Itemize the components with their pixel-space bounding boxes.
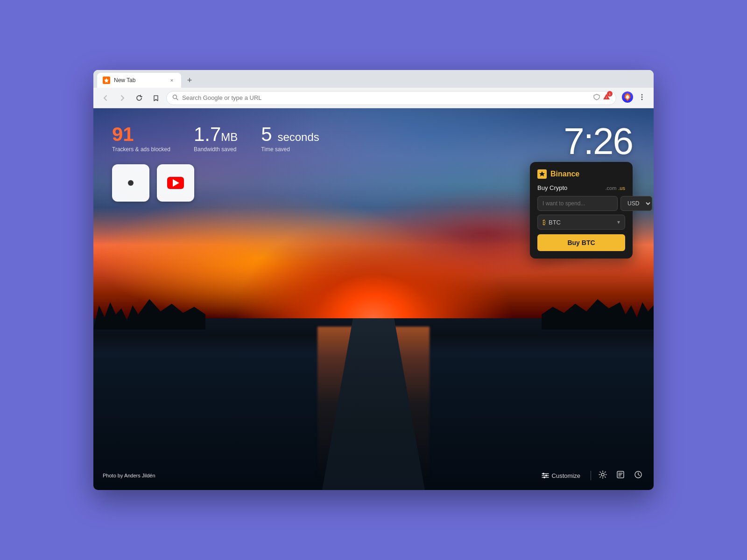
bookmark-button[interactable] <box>149 91 162 105</box>
back-button[interactable] <box>99 91 112 105</box>
main-content: 91 Trackers & ads blocked 1.7MB Bandwidt… <box>93 108 654 490</box>
photo-credit: Photo by Anders Jildén <box>103 473 155 478</box>
shortcut-youtube[interactable] <box>157 164 194 202</box>
photographer-name[interactable]: Anders Jildén <box>124 473 155 478</box>
reload-button[interactable] <box>133 91 146 105</box>
address-bar[interactable]: ! 1 <box>166 91 616 105</box>
title-bar: New Tab × + <box>93 70 654 88</box>
stats-overlay: 91 Trackers & ads blocked 1.7MB Bandwidt… <box>112 125 319 153</box>
currency-select[interactable]: USD EUR GBP <box>620 196 652 211</box>
svg-text:!: ! <box>606 96 607 99</box>
bandwidth-number: 1.7MB <box>194 125 238 144</box>
binance-header: Binance <box>537 169 625 179</box>
svg-marker-6 <box>539 171 545 176</box>
bottom-bar: Photo by Anders Jildén Customize <box>93 469 654 483</box>
btc-icon: ₿ <box>543 218 546 226</box>
history-icon-button[interactable] <box>632 469 644 483</box>
amount-row: USD EUR GBP <box>537 196 625 211</box>
tab-title: New Tab <box>114 77 135 84</box>
time-number: 5 seconds <box>261 125 319 144</box>
bottom-actions: Customize <box>537 469 644 483</box>
domain-links: .com .us <box>605 185 625 191</box>
clock-display: 7:26 <box>564 120 633 163</box>
youtube-play-icon <box>173 179 179 187</box>
coin-name: BTC <box>549 219 617 226</box>
dot-icon <box>128 180 134 186</box>
domain-com-link[interactable]: .com <box>605 185 616 191</box>
svg-point-4 <box>641 96 643 98</box>
settings-icon-button[interactable] <box>597 469 609 483</box>
divider <box>591 471 591 480</box>
svg-point-8 <box>545 475 547 476</box>
time-label: Time saved <box>261 146 319 153</box>
nav-right-buttons <box>622 91 648 105</box>
url-input[interactable] <box>182 94 590 101</box>
navigation-bar: ! 1 <box>93 88 654 108</box>
bandwidth-label: Bandwidth saved <box>194 146 238 153</box>
browser-tab[interactable]: New Tab × <box>97 73 181 88</box>
shortcuts-area <box>112 164 194 202</box>
tab-close-button[interactable]: × <box>168 77 176 84</box>
binance-widget: Binance Buy Crypto .com .us USD EUR GBP … <box>530 162 633 259</box>
buy-crypto-label: Buy Crypto <box>537 184 567 191</box>
svg-point-3 <box>641 94 643 95</box>
svg-point-10 <box>601 473 604 476</box>
address-bar-icons: ! 1 <box>593 93 610 102</box>
binance-logo <box>537 169 547 179</box>
shortcut-dot[interactable] <box>112 164 149 202</box>
tab-favicon <box>103 77 110 84</box>
svg-point-9 <box>543 476 545 478</box>
shield-icon <box>593 94 600 102</box>
coin-select-row[interactable]: ₿ BTC ▾ <box>537 215 625 230</box>
bookmarks-icon-button[interactable] <box>614 469 627 483</box>
svg-point-5 <box>641 98 643 100</box>
youtube-icon <box>167 177 184 189</box>
svg-point-0 <box>173 95 177 98</box>
time-stat: 5 seconds Time saved <box>261 125 319 153</box>
search-icon <box>172 94 178 102</box>
trackers-label: Trackers & ads blocked <box>112 146 170 153</box>
browser-menu-button[interactable] <box>636 91 648 105</box>
binance-name: Binance <box>550 170 579 178</box>
brave-logo-button[interactable] <box>622 91 633 105</box>
domain-us-link[interactable]: .us <box>618 185 625 191</box>
customize-label: Customize <box>552 472 580 479</box>
amount-input[interactable] <box>537 196 618 211</box>
svg-point-7 <box>543 473 544 475</box>
trackers-stat: 91 Trackers & ads blocked <box>112 125 170 153</box>
buy-btc-button[interactable]: Buy BTC <box>537 234 625 251</box>
buy-crypto-row: Buy Crypto .com .us <box>537 184 625 191</box>
browser-window: New Tab × + <box>93 70 654 490</box>
alert-icon: ! 1 <box>603 93 610 102</box>
trackers-count: 91 <box>112 125 170 144</box>
alert-badge-count: 1 <box>607 91 613 97</box>
chevron-down-icon: ▾ <box>617 219 620 225</box>
forward-button[interactable] <box>116 91 129 105</box>
customize-button[interactable]: Customize <box>537 469 585 482</box>
new-tab-button[interactable]: + <box>183 74 196 87</box>
bandwidth-stat: 1.7MB Bandwidth saved <box>194 125 238 153</box>
